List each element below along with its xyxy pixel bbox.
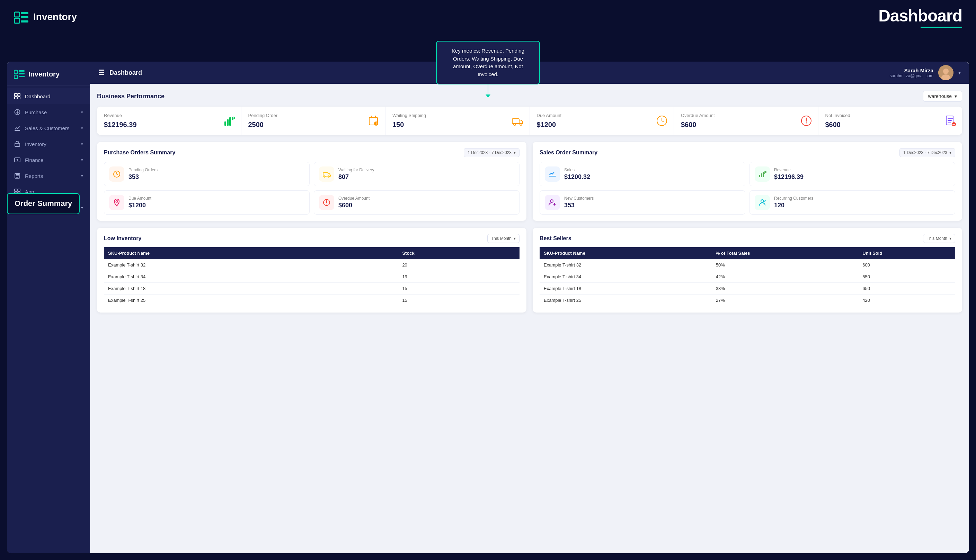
purchase-orders-summary-card: Purchase Orders Summary 1 Dec2023 - 7 De… (97, 142, 526, 221)
inventory-icon (14, 140, 21, 147)
svg-rect-12 (15, 97, 17, 99)
table-row: Example T-shirt 2515 (104, 295, 520, 306)
finance-chevron-icon: ▾ (81, 158, 83, 162)
orders-summary-section: Purchase Orders Summary 1 Dec2023 - 7 De… (97, 142, 962, 221)
sales-icon (14, 125, 21, 132)
table-row: Example T-shirt 1815 (104, 283, 520, 295)
purchase-chevron-icon: ▾ (81, 110, 83, 115)
svg-rect-10 (15, 93, 17, 96)
best-sellers-filter[interactable]: This Month ▾ (923, 234, 955, 243)
best-sellers-filter-label: This Month (927, 236, 947, 241)
bs-col-percent: % of Total Sales (712, 247, 859, 259)
bs-percent: 50% (712, 259, 859, 271)
sales-metric: Sales $1200.32 (540, 162, 745, 186)
inventory-chevron-icon: ▾ (81, 142, 83, 147)
purchase-summary-title: Purchase Orders Summary (104, 150, 175, 156)
sales-order-summary-card: Sales Order Summary 1 Dec2023 - 7 Dec202… (533, 142, 962, 221)
topbar-page-label: Dashboard (109, 69, 142, 77)
svg-point-52 (761, 200, 764, 202)
bs-product-name: Example T-shirt 34 (540, 271, 712, 283)
sidebar-item-sales[interactable]: Sales & Customers ▾ (7, 120, 90, 136)
sidebar-brand-name: Inventory (28, 70, 60, 78)
metric-shipping-label: Waiting Shipping (393, 113, 523, 118)
brand-title: Inventory (33, 12, 77, 22)
sidebar-dashboard-label: Dashboard (25, 93, 50, 99)
sales-date-chevron-icon: ▾ (949, 150, 951, 155)
low-inventory-table: SKU-Product Name Stock Example T-shirt 3… (104, 247, 520, 306)
business-performance-header: Business Performance warehouse ▾ (97, 91, 962, 102)
sidebar-item-reports[interactable]: Reports ▾ (7, 168, 90, 184)
order-summary-tooltip: Order Summary (7, 193, 80, 214)
svg-point-24 (943, 68, 949, 74)
bs-col-units: Unit Sold (858, 247, 955, 259)
purchase-overdue-label: Overdue Amount (338, 196, 369, 201)
tooltip-container: Key metrics: Revenue, Pending Orders, Wa… (0, 34, 976, 62)
svg-rect-27 (227, 119, 229, 126)
svg-rect-0 (15, 12, 19, 17)
user-dropdown-chevron-icon[interactable]: ▾ (958, 70, 961, 75)
new-customers-metric: New Customers 353 (540, 190, 745, 215)
metric-pending-label: Pending Order (248, 113, 379, 118)
metric-not-invoiced: Not Invoiced $600 (819, 107, 963, 135)
new-customers-value: 353 (564, 202, 593, 209)
pending-orders-value: 353 (129, 173, 157, 181)
table-row: Example T-shirt 1833%650 (540, 283, 955, 295)
purchase-overdue-metric: Overdue Amount $600 (314, 190, 520, 215)
sidebar-item-inventory[interactable]: Inventory ▾ (7, 136, 90, 152)
dashboard-icon (14, 93, 21, 100)
sidebar-finance-label: Finance (25, 157, 43, 163)
svg-rect-9 (19, 76, 25, 77)
user-name: Sarah Mirza (890, 67, 933, 73)
svg-rect-28 (229, 117, 231, 126)
brand-logo-icon (14, 9, 29, 25)
outer-shell: Inventory Dashboard Key metrics: Revenue… (0, 0, 976, 560)
user-avatar[interactable] (938, 65, 954, 80)
metric-invoiced-value: $600 (826, 121, 956, 129)
key-metrics-tooltip: Key metrics: Revenue, Pending Orders, Wa… (436, 41, 540, 85)
sales-chevron-icon: ▾ (81, 126, 83, 130)
metric-overdue-label: Overdue Amount (681, 113, 811, 118)
sidebar-sales-label: Sales & Customers (25, 125, 69, 131)
svg-rect-3 (21, 16, 28, 18)
sidebar-reports-label: Reports (25, 173, 43, 179)
sales-summary-grid: Sales $1200.32 (540, 162, 955, 215)
svg-point-34 (520, 123, 522, 125)
best-sellers-card: Best Sellers This Month ▾ SKU-Product Na… (533, 228, 962, 313)
best-sellers-table: SKU-Product Name % of Total Sales Unit S… (540, 247, 955, 306)
metric-overdue-value: $600 (681, 121, 811, 129)
bs-product-name: Example T-shirt 32 (540, 259, 712, 271)
svg-rect-11 (18, 93, 20, 96)
purchase-summary-header: Purchase Orders Summary 1 Dec2023 - 7 De… (104, 148, 520, 157)
table-row: Example T-shirt 2527%420 (540, 295, 955, 306)
hamburger-menu-icon[interactable]: ☰ (99, 68, 105, 77)
svg-rect-8 (19, 73, 25, 74)
tables-section: Low Inventory This Month ▾ SKU-Product N… (97, 228, 962, 313)
warehouse-dropdown[interactable]: warehouse ▾ (923, 91, 963, 102)
sidebar-item-purchase[interactable]: Purchase ▾ (7, 104, 90, 120)
metric-waiting-shipping: Waiting Shipping 150 (386, 107, 530, 135)
sales-date-dropdown[interactable]: 1 Dec2023 - 7 Dec2023 ▾ (899, 148, 955, 157)
purchase-date-dropdown[interactable]: 1 Dec2023 - 7 Dec2023 ▾ (464, 148, 520, 157)
pending-orders-icon (109, 167, 124, 182)
low-inventory-filter[interactable]: This Month ▾ (487, 234, 520, 243)
svg-rect-7 (19, 70, 25, 72)
low-inventory-chevron-icon: ▾ (514, 236, 516, 241)
product-name: Example T-shirt 18 (104, 283, 398, 295)
metric-revenue-value: $12196.39 (104, 121, 234, 129)
table-row: Example T-shirt 3419 (104, 271, 520, 283)
purchase-due-metric: Due Amount $1200 (104, 190, 310, 215)
pending-order-icon (367, 115, 379, 127)
svg-rect-4 (21, 20, 28, 22)
svg-rect-41 (323, 173, 328, 176)
bs-col-sku: SKU-Product Name (540, 247, 712, 259)
sidebar-item-finance[interactable]: Finance ▾ (7, 152, 90, 168)
sidebar-item-dashboard[interactable]: Dashboard (7, 88, 90, 104)
waiting-delivery-icon (319, 167, 334, 182)
main-content: Inventory Dashboard (7, 62, 969, 553)
sales-label: Sales (564, 168, 590, 172)
sales-revenue-metric: Revenue $12196.39 (749, 162, 955, 186)
reports-icon (14, 172, 21, 179)
recurring-customers-label: Recurring Customers (774, 196, 813, 201)
svg-rect-19 (18, 189, 20, 192)
sales-summary-title: Sales Order Summary (540, 150, 597, 156)
